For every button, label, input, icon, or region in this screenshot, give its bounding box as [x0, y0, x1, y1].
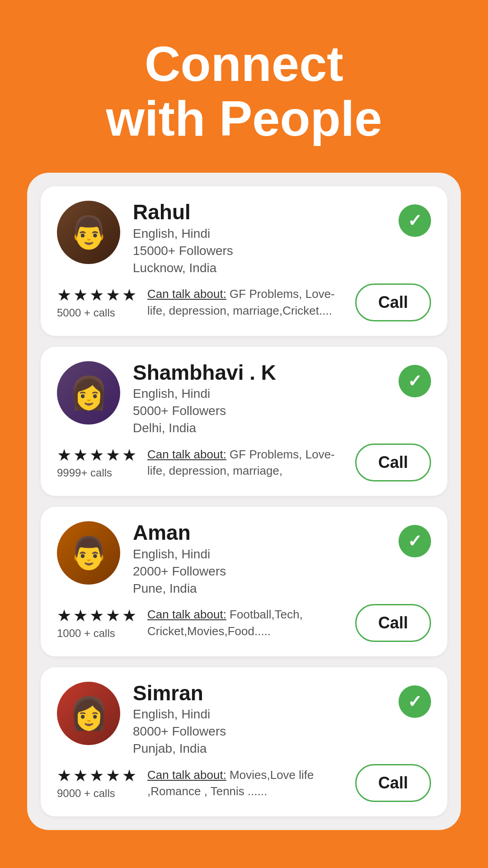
avatar-aman: 👨 — [57, 521, 120, 585]
star-icon: ★ — [89, 286, 104, 305]
verified-badge-rahul: ✓ — [399, 204, 431, 237]
calls-count-simran: 9000 + calls — [57, 787, 115, 800]
cards-container: 👨 Rahul English, Hindi 15000+ Followers … — [27, 173, 461, 830]
talk-about-label-aman: Can talk about: — [147, 608, 226, 621]
user-languages-shambhavi: English, Hindi — [133, 387, 386, 401]
card-top-rahul: 👨 Rahul English, Hindi 15000+ Followers … — [57, 201, 431, 275]
person-icon-simran: 👩 — [57, 682, 120, 745]
call-button-rahul[interactable]: Call — [355, 283, 431, 321]
star-icon: ★ — [106, 286, 120, 305]
talk-about-simran: Can talk about: Movies,Love life ,Romanc… — [147, 767, 344, 800]
talk-about-label-shambhavi: Can talk about: — [147, 448, 226, 461]
stars-rahul: ★★★★★ — [57, 286, 136, 305]
star-icon: ★ — [106, 446, 120, 465]
header: Connect with People — [0, 0, 488, 173]
calls-count-shambhavi: 9999+ calls — [57, 467, 112, 479]
user-languages-aman: English, Hindi — [133, 547, 386, 561]
card-info-shambhavi: Shambhavi . K English, Hindi 5000+ Follo… — [133, 361, 386, 436]
checkmark-icon-simran: ✓ — [408, 693, 422, 710]
stars-aman: ★★★★★ — [57, 606, 136, 625]
stars-simran: ★★★★★ — [57, 766, 136, 785]
stars-shambhavi: ★★★★★ — [57, 446, 136, 465]
rating-section-aman: ★★★★★ 1000 + calls — [57, 606, 136, 640]
user-location-rahul: Lucknow, India — [133, 261, 386, 275]
card-info-rahul: Rahul English, Hindi 15000+ Followers Lu… — [133, 201, 386, 275]
verified-badge-shambhavi: ✓ — [399, 365, 431, 397]
user-followers-shambhavi: 5000+ Followers — [133, 404, 386, 418]
user-card-shambhavi: 👩 Shambhavi . K English, Hindi 5000+ Fol… — [41, 347, 447, 496]
card-bottom-shambhavi: ★★★★★ 9999+ calls Can talk about: GF Pro… — [57, 443, 431, 481]
verified-badge-aman: ✓ — [399, 525, 431, 557]
star-icon: ★ — [57, 606, 71, 625]
star-icon: ★ — [122, 606, 136, 625]
card-info-aman: Aman English, Hindi 2000+ Followers Pune… — [133, 521, 386, 596]
user-card-rahul: 👨 Rahul English, Hindi 15000+ Followers … — [41, 186, 447, 336]
star-icon: ★ — [57, 286, 71, 305]
rating-section-rahul: ★★★★★ 5000 + calls — [57, 286, 136, 319]
talk-about-label-simran: Can talk about: — [147, 768, 226, 782]
user-name-simran: Simran — [133, 682, 386, 705]
user-followers-simran: 8000+ Followers — [133, 724, 386, 739]
star-icon: ★ — [57, 766, 71, 785]
talk-about-label-rahul: Can talk about: — [147, 287, 226, 301]
talk-about-aman: Can talk about: Football,Tech, Cricket,M… — [147, 606, 344, 639]
user-name-rahul: Rahul — [133, 201, 386, 224]
user-card-aman: 👨 Aman English, Hindi 2000+ Followers Pu… — [41, 507, 447, 656]
card-bottom-simran: ★★★★★ 9000 + calls Can talk about: Movie… — [57, 764, 431, 802]
rating-section-shambhavi: ★★★★★ 9999+ calls — [57, 446, 136, 479]
user-location-simran: Punjab, India — [133, 741, 386, 756]
call-button-shambhavi[interactable]: Call — [355, 443, 431, 481]
checkmark-icon-rahul: ✓ — [408, 212, 422, 229]
user-languages-rahul: English, Hindi — [133, 226, 386, 241]
user-name-shambhavi: Shambhavi . K — [133, 361, 386, 384]
talk-about-rahul: Can talk about: GF Problems, Love-life, … — [147, 286, 344, 319]
user-followers-aman: 2000+ Followers — [133, 564, 386, 579]
star-icon: ★ — [122, 446, 136, 465]
star-icon: ★ — [106, 766, 120, 785]
star-icon: ★ — [57, 446, 71, 465]
calls-count-aman: 1000 + calls — [57, 627, 115, 640]
card-top-aman: 👨 Aman English, Hindi 2000+ Followers Pu… — [57, 521, 431, 596]
star-icon: ★ — [73, 446, 88, 465]
star-icon: ★ — [122, 286, 136, 305]
card-top-simran: 👩 Simran English, Hindi 8000+ Followers … — [57, 682, 431, 756]
user-languages-simran: English, Hindi — [133, 707, 386, 722]
verified-badge-simran: ✓ — [399, 685, 431, 718]
checkmark-icon-aman: ✓ — [408, 533, 422, 550]
card-info-simran: Simran English, Hindi 8000+ Followers Pu… — [133, 682, 386, 756]
rating-section-simran: ★★★★★ 9000 + calls — [57, 766, 136, 800]
star-icon: ★ — [73, 766, 88, 785]
star-icon: ★ — [73, 606, 88, 625]
avatar-shambhavi: 👩 — [57, 361, 120, 425]
star-icon: ★ — [89, 606, 104, 625]
person-icon-shambhavi: 👩 — [57, 361, 120, 425]
talk-about-shambhavi: Can talk about: GF Problems, Love-life, … — [147, 446, 344, 479]
card-top-shambhavi: 👩 Shambhavi . K English, Hindi 5000+ Fol… — [57, 361, 431, 436]
star-icon: ★ — [106, 606, 120, 625]
person-icon-aman: 👨 — [57, 521, 120, 585]
user-location-aman: Pune, India — [133, 581, 386, 596]
user-card-simran: 👩 Simran English, Hindi 8000+ Followers … — [41, 667, 447, 817]
star-icon: ★ — [89, 766, 104, 785]
call-button-aman[interactable]: Call — [355, 604, 431, 642]
user-name-aman: Aman — [133, 521, 386, 544]
user-followers-rahul: 15000+ Followers — [133, 244, 386, 258]
star-icon: ★ — [89, 446, 104, 465]
person-icon-rahul: 👨 — [57, 201, 120, 264]
call-button-simran[interactable]: Call — [355, 764, 431, 802]
star-icon: ★ — [73, 286, 88, 305]
avatar-simran: 👩 — [57, 682, 120, 745]
checkmark-icon-shambhavi: ✓ — [408, 373, 422, 390]
calls-count-rahul: 5000 + calls — [57, 307, 115, 319]
avatar-rahul: 👨 — [57, 201, 120, 264]
star-icon: ★ — [122, 766, 136, 785]
card-bottom-rahul: ★★★★★ 5000 + calls Can talk about: GF Pr… — [57, 283, 431, 321]
header-title: Connect with People — [18, 36, 470, 146]
card-bottom-aman: ★★★★★ 1000 + calls Can talk about: Footb… — [57, 604, 431, 642]
user-location-shambhavi: Delhi, India — [133, 421, 386, 435]
